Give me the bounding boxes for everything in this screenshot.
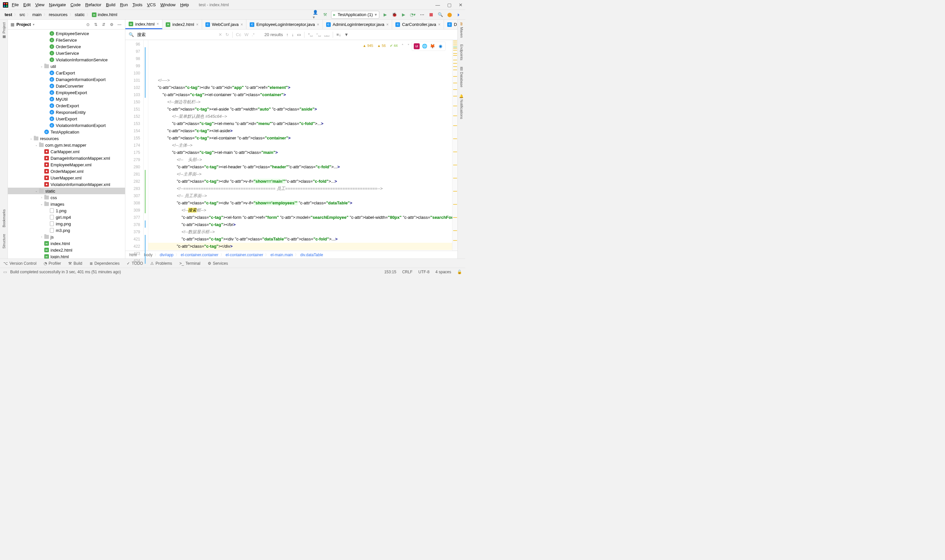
sidebar-structure[interactable]: Structure <box>2 234 6 249</box>
tree-node[interactable]: m3.png <box>8 227 125 234</box>
tree-node[interactable]: CCarExport <box>8 69 125 76</box>
tree-node[interactable]: ViolationInformationMapper.xml <box>8 181 125 188</box>
tree-node[interactable]: DamageInformationMapper.xml <box>8 155 125 162</box>
tab-close-icon[interactable]: × <box>196 22 199 27</box>
toolwindow-terminal[interactable]: >_Terminal <box>180 261 200 266</box>
tree-node[interactable]: Hindex.html <box>8 240 125 247</box>
filter-sort-icon[interactable]: ≡↓ <box>336 32 341 37</box>
editor-tab[interactable]: CAdminLoginInterceptor.java× <box>323 20 392 29</box>
tab-close-icon[interactable]: × <box>386 22 388 27</box>
coverage-icon[interactable]: ▶ <box>400 11 407 18</box>
menu-edit[interactable]: Edit <box>23 2 31 7</box>
code-line[interactable]: <!--菜单默认颜色 #545c64--> <box>148 113 452 120</box>
line-separator[interactable]: CRLF <box>402 270 412 274</box>
browser-chrome-icon[interactable]: 🌐 <box>422 43 428 49</box>
breadcrumb-item[interactable]: Hindex.html <box>91 12 119 17</box>
profile-icon[interactable]: ◔▾ <box>409 11 416 18</box>
sidebar-bookmarks[interactable]: Bookmarks <box>2 209 6 227</box>
attach-icon[interactable]: ⋯ <box>419 11 425 18</box>
filter-icon[interactable]: ▼ <box>344 32 348 37</box>
code-line[interactable]: <!-- 添加员工的对话框--> <box>148 250 452 251</box>
collapse-all-icon[interactable]: ⇵ <box>101 22 107 28</box>
toolwindow-build[interactable]: ⚒Build <box>68 261 82 266</box>
code-line[interactable]: <!--====================================… <box>148 185 452 192</box>
expand-all-icon[interactable]: ⇅ <box>93 22 99 28</box>
remove-selection-icon[interactable]: ⁻⎵ <box>316 32 321 37</box>
tree-node[interactable]: ›css <box>8 194 125 201</box>
menu-vcs[interactable]: VCS <box>147 2 156 7</box>
menu-navigate[interactable]: Navigate <box>49 2 66 7</box>
tree-node[interactable]: Hlogin.html <box>8 253 125 258</box>
tree-node[interactable]: IViolationInformationService <box>8 57 125 63</box>
run-config-dropdown[interactable]: ▸ TestApplication (1) ▾ <box>331 11 379 19</box>
tree-node[interactable]: ⌄resources <box>8 135 125 142</box>
tree-node[interactable]: UserMapper.xml <box>8 175 125 181</box>
editor-tab[interactable]: Hindex2.html× <box>162 20 202 29</box>
maximize-icon[interactable]: ▢ <box>447 2 451 8</box>
code-breadcrumb[interactable]: div#app <box>160 252 174 257</box>
tree-node[interactable]: ⌄static <box>8 188 125 194</box>
code-breadcrumb[interactable]: html <box>129 252 137 257</box>
code-line[interactable]: <!-- 员工界面--> <box>148 192 452 200</box>
tree-node[interactable]: CEmployeeExport <box>8 89 125 96</box>
status-hide-icon[interactable]: ▭ <box>3 270 7 274</box>
tab-close-icon[interactable]: × <box>157 22 159 26</box>
sidebar-maven[interactable]: mMaven <box>460 22 464 38</box>
next-match-icon[interactable]: ↓ <box>292 32 294 37</box>
toolwindow-version-control[interactable]: ⌥Version Control <box>3 261 37 266</box>
user-icon[interactable]: 👤▾ <box>313 11 319 18</box>
code-line[interactable]: "c-attr">class="c-tag"><el-aside "c-attr… <box>148 106 452 113</box>
menu-window[interactable]: Window <box>160 2 175 7</box>
code-line[interactable]: "c-attr">class="c-tag"><el-main "c-attr"… <box>148 149 452 156</box>
code-line[interactable]: <!--数据显示框--> <box>148 228 452 235</box>
code-line[interactable]: "c-attr">class="c-tag"><div "c-attr">v-i… <box>148 178 452 185</box>
breadcrumb-item[interactable]: src <box>18 12 26 17</box>
inspections-widget[interactable]: ▲ 945 ▲ 56 ✔ 44 ˄˅ <box>363 42 409 49</box>
hide-icon[interactable]: — <box>117 22 122 28</box>
tab-close-icon[interactable]: × <box>317 22 319 27</box>
toolwindow-profiler[interactable]: ◔Profiler <box>44 261 61 266</box>
tree-node[interactable]: ⌄com.gym.test.mapper <box>8 142 125 148</box>
indent-widget[interactable]: 4 spaces <box>436 270 451 274</box>
prev-match-icon[interactable]: ↑ <box>286 32 288 37</box>
menu-help[interactable]: Help <box>180 2 189 7</box>
tree-node[interactable]: CarMapper.xml <box>8 148 125 155</box>
tree-node[interactable]: ⌄images <box>8 201 125 207</box>
code-line[interactable]: "c-attr">class="c-tag"></el-aside> <box>148 127 452 134</box>
code-breadcrumb[interactable]: el-main.main <box>270 252 293 257</box>
tree-node[interactable]: CMyUtil <box>8 96 125 102</box>
menu-code[interactable]: Code <box>71 2 81 7</box>
code-line[interactable]: "c-attr">class="c-tag"><div "c-attr">id=… <box>148 84 452 91</box>
search-input[interactable] <box>137 32 192 37</box>
code-line[interactable] <box>148 69 452 77</box>
editor-tab[interactable]: Hindex.html× <box>125 20 162 29</box>
breadcrumb-item[interactable]: resources <box>48 12 69 17</box>
match-case-icon[interactable]: Cc <box>236 32 241 37</box>
tree-node[interactable]: IFileService <box>8 37 125 43</box>
file-encoding[interactable]: UTF-8 <box>419 270 429 274</box>
tree-node[interactable]: CDamageInformationExport <box>8 76 125 83</box>
toolwindow-todo[interactable]: ✓TODO <box>127 261 143 266</box>
menu-tools[interactable]: Tools <box>132 2 142 7</box>
tree-node[interactable]: girl.mp4 <box>8 214 125 220</box>
code-line[interactable]: "c-attr">class="c-tag"><el-container "c-… <box>148 91 452 98</box>
readonly-lock-icon[interactable]: 🔓 <box>457 270 462 274</box>
tree-node[interactable]: EmployeeMapper.xml <box>8 162 125 168</box>
browser-edge-icon[interactable]: ◉ <box>437 43 443 49</box>
tree-node[interactable]: Hindex2.html <box>8 247 125 253</box>
search-close-icon[interactable]: ✕ <box>219 32 222 37</box>
build-hammer-icon[interactable]: ⚒ <box>322 11 328 18</box>
code-line[interactable]: "c-attr">class="c-tag"><el-menu "c-attr"… <box>148 120 452 127</box>
code-line[interactable]: "c-attr">class="c-tag"><div "c-attr">v-i… <box>148 200 452 207</box>
tree-node[interactable]: OrderMapper.xml <box>8 168 125 175</box>
search-history-icon[interactable]: ↻ <box>225 32 229 37</box>
tree-node[interactable]: IUserService <box>8 50 125 57</box>
breadcrumb-item[interactable]: main <box>31 12 43 17</box>
code-line[interactable]: <!--主体--> <box>148 142 452 149</box>
minimize-icon[interactable]: — <box>436 2 440 8</box>
sidebar-project[interactable]: ▦Project <box>2 22 6 39</box>
tree-node[interactable]: IEmployeeService <box>8 30 125 37</box>
updates-icon[interactable]: ⬤ <box>446 11 453 18</box>
toolwindow-dependencies[interactable]: ≣Dependencies <box>89 261 120 266</box>
tree-node[interactable]: CDateConverter <box>8 83 125 89</box>
